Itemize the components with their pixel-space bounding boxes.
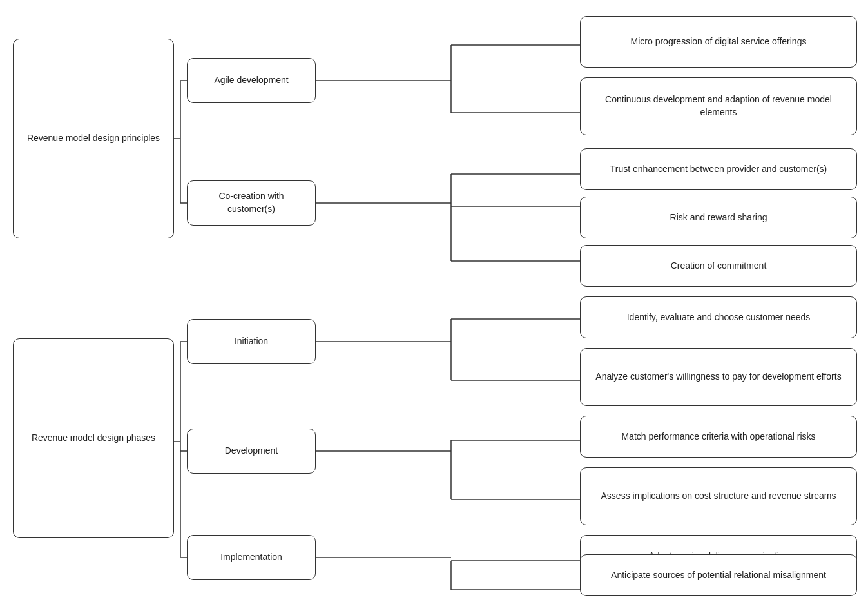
leaf-node-5: Creation of commitment xyxy=(580,245,857,287)
leaf-node-9: Assess implications on cost structure an… xyxy=(580,467,857,525)
leaf-node-7: Analyze customer's willingness to pay fo… xyxy=(580,348,857,406)
root-node-principles: Revenue model design principles xyxy=(13,39,174,238)
mid-node-cocreation: Co-creation with customer(s) xyxy=(187,180,316,226)
leaf-node-6: Identify, evaluate and choose customer n… xyxy=(580,296,857,338)
leaf-node-1: Micro progression of digital service off… xyxy=(580,16,857,68)
leaf-node-11: Anticipate sources of potential relation… xyxy=(580,554,857,596)
mid-node-development: Development xyxy=(187,429,316,474)
leaf-node-2: Continuous development and adaption of r… xyxy=(580,77,857,135)
leaf-node-8: Match performance criteria with operatio… xyxy=(580,416,857,458)
leaf-node-4: Risk and reward sharing xyxy=(580,197,857,238)
mid-node-initiation: Initiation xyxy=(187,319,316,364)
diagram: Revenue model design principles Revenue … xyxy=(0,0,868,600)
leaf-node-3: Trust enhancement between provider and c… xyxy=(580,148,857,190)
root-node-phases: Revenue model design phases xyxy=(13,338,174,538)
mid-node-implementation: Implementation xyxy=(187,535,316,580)
mid-node-agile: Agile development xyxy=(187,58,316,103)
